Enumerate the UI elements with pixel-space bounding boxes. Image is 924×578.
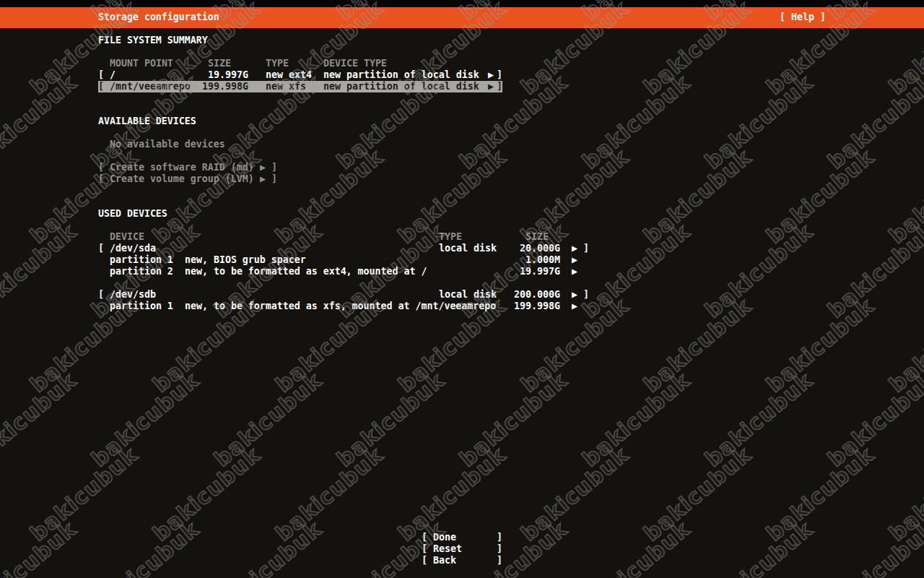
watermark-text: bakicubuk [766,447,874,541]
device-row-sdb[interactable]: [ /dev/sdb local disk 200.000G ▶ ] [98,289,589,301]
submenu-arrow-icon: ▶ [572,301,578,312]
open-bracket: [ [98,162,104,173]
watermark-text: bakicubuk [643,298,751,392]
watermark-text: bakicubuk [214,522,322,578]
mount-point-cell: /mnt/veeamrepo [110,81,191,92]
watermark-text: bakicubuk [643,447,751,541]
watermark-text: bakicubuk [766,298,874,392]
col-type: TYPE [266,58,289,69]
watermark-text: bakicubuk [705,224,813,318]
used-devices-heading: USED DEVICES [98,208,167,220]
top-strip [0,0,924,7]
watermark-text: bakicubuk [889,447,924,541]
device-row-sda[interactable]: [ /dev/sda local disk 20.000G ▶ ] [98,243,589,254]
col-type: TYPE [439,231,462,243]
create-raid-label: Create software RAID (md) [110,162,254,173]
watermark-text: bakicubuk [520,150,629,243]
available-devices-heading: AVAILABLE DEVICES [98,116,196,127]
watermark-text: bakicubuk [398,150,506,243]
watermark-text: bakicubuk [643,150,751,243]
watermark-text: bakicubuk [827,224,924,318]
reset-button[interactable]: [ Reset ] [422,543,502,555]
watermark-text: bakicubuk [827,373,924,467]
partition-desc-cell: new, BIOS grub spacer [185,254,306,266]
watermark-text: bakicubuk [0,522,77,578]
open-bracket: [ [98,69,104,81]
close-bracket: ] [497,555,502,566]
size-cell: 199.998G [191,81,248,92]
open-bracket: [ [98,81,104,92]
done-button[interactable]: [ Done ] [422,532,502,543]
watermark-text: bakicubuk [398,298,506,392]
create-volume-group-button[interactable]: [ Create volume group (LVM) ▶ ] [98,173,283,185]
partition-desc-cell: new, to be formatted as ext4, mounted at… [185,266,427,277]
partition-name-cell: partition 1 [110,301,173,312]
watermark-text: bakicubuk [520,298,629,392]
create-software-raid-button[interactable]: [ Create software RAID (md) ▶ ] [98,162,283,173]
installer-screen: Storage configuration [ Help ] FILE SYST… [0,0,924,578]
submenu-arrow-icon: ▶ [572,289,578,301]
fs-summary-heading: FILE SYSTEM SUMMARY [98,35,208,46]
close-bracket: ] [497,69,502,81]
watermark-text: bakicubuk [214,373,322,467]
submenu-arrow-icon: ▶ [572,254,578,266]
open-bracket: [ [98,173,104,185]
mount-point-cell: / [110,69,116,81]
watermark-text: bakicubuk [827,522,924,578]
size-cell: 20.000G [416,243,560,254]
watermark-text: bakicubuk [275,298,383,392]
close-bracket: ] [497,543,502,555]
partition-row-sdb1[interactable]: partition 1 new, to be formatted as xfs,… [98,301,589,312]
watermark-text: bakicubuk [30,447,138,541]
open-bracket: [ [98,289,104,301]
col-mount-point: MOUNT POINT [110,58,173,69]
watermark-text: bakicubuk [705,75,813,169]
size-cell: 199.998G [416,301,560,312]
partition-name-cell: partition 2 [110,266,173,277]
watermark-text: bakicubuk [398,447,506,541]
partition-row-sda1[interactable]: partition 1 new, BIOS grub spacer 1.000M… [98,254,589,266]
partition-row-sda2[interactable]: partition 2 new, to be formatted as ext4… [98,266,589,277]
open-bracket: [ [422,543,427,555]
open-bracket: [ [422,555,427,566]
watermark-text: bakicubuk [582,373,690,467]
partition-name-cell: partition 1 [110,254,173,266]
watermark-text: bakicubuk [705,373,813,467]
col-size: SIZE [526,231,549,243]
watermark-text: bakicubuk [152,298,261,392]
watermark-text: bakicubuk [889,298,924,392]
type-cell: new ext4 [266,69,312,81]
watermark-text: bakicubuk [336,373,445,467]
help-button[interactable]: [ Help ] [780,12,826,23]
watermark-text: bakicubuk [30,298,138,392]
watermark-text: bakicubuk [582,522,690,578]
no-available-devices-message: No available devices [110,139,225,150]
watermark-text: bakicubuk [91,522,199,578]
watermark-text: bakicubuk [766,150,874,243]
watermark-text: bakicubuk [582,224,690,318]
watermark-text: bakicubuk [705,522,813,578]
watermark-text: bakicubuk [152,447,261,541]
watermark-text: bakicubuk [91,373,199,467]
watermark-text: bakicubuk [827,75,924,169]
watermark-text: bakicubuk [459,373,567,467]
col-device: DEVICE [110,231,144,243]
submenu-arrow-icon: ▶ [488,81,494,92]
done-label: Done [433,532,456,543]
create-lvm-label: Create volume group (LVM) [110,173,254,185]
used-devices-column-headers: DEVICE TYPE SIZE [98,231,589,243]
back-label: Back [433,555,456,566]
close-bracket: ] [583,289,589,301]
size-cell: 200.000G [416,289,560,301]
submenu-arrow-icon: ▶ [572,243,578,254]
type-cell: new xfs [266,81,306,92]
fs-summary-row-veeamrepo[interactable]: [ /mnt/veeamrepo 199.998G new xfs new pa… [98,81,502,92]
watermark-text: bakicubuk [275,447,383,541]
open-bracket: [ [422,532,427,543]
back-button[interactable]: [ Back ] [422,555,502,566]
reset-label: Reset [433,543,462,555]
fs-summary-row-root[interactable]: [ / 19.997G new ext4 new partition of lo… [98,69,502,81]
open-bracket: [ [98,243,104,254]
watermark-text: bakicubuk [889,150,924,243]
size-cell: 1.000M [416,254,560,266]
